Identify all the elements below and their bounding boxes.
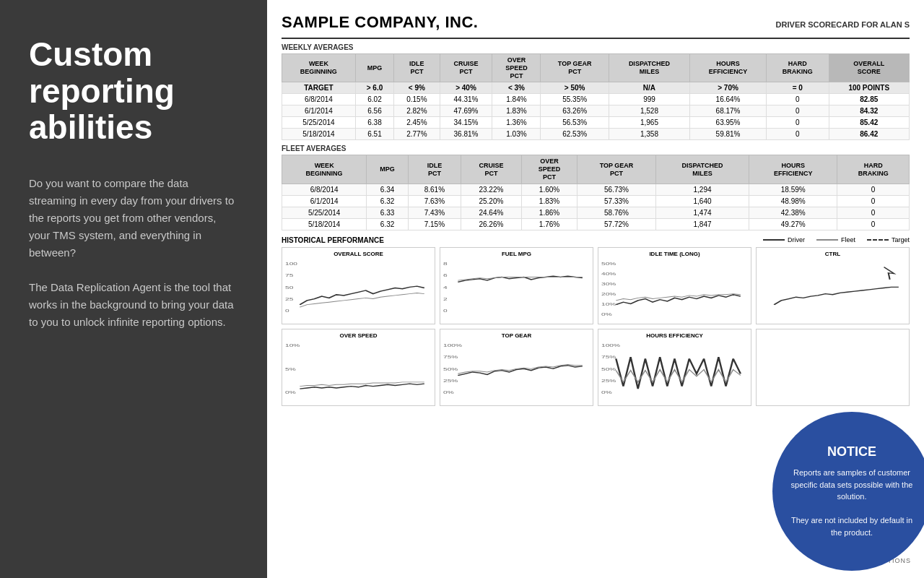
svg-text:30%: 30% bbox=[601, 282, 616, 286]
chart-over-speed: OVER SPEED 10% 5% 0% bbox=[282, 329, 435, 406]
fleet-cell-0-4: 1.60% bbox=[521, 184, 577, 195]
weekly-row: 5/18/20146.512.77%36.81%1.03%62.53%1,358… bbox=[282, 129, 910, 140]
target-label: TARGET bbox=[282, 82, 356, 94]
fuel-mpg-svg: 8 6 4 2 0 bbox=[443, 259, 590, 317]
weekly-cell-1-4: 1.83% bbox=[492, 105, 541, 117]
historical-label: HISTORICAL PERFORMANCE bbox=[282, 236, 384, 244]
fleet-cell-0-1: 6.34 bbox=[367, 184, 409, 195]
svg-text:4: 4 bbox=[443, 285, 448, 290]
weekly-cell-0-6: 999 bbox=[609, 94, 689, 105]
svg-text:100%: 100% bbox=[601, 343, 621, 348]
fleet-cell-3-4: 1.76% bbox=[521, 218, 577, 230]
svg-text:40%: 40% bbox=[601, 272, 616, 276]
fleet-cell-1-3: 25.20% bbox=[461, 195, 521, 207]
weekly-cell-0-8: 0 bbox=[767, 94, 829, 105]
weekly-row: 5/25/20146.382.45%34.15%1.36%56.53%1,965… bbox=[282, 117, 910, 129]
chart-idle-title: IDLE TIME (LONG) bbox=[601, 251, 748, 257]
fleet-cell-2-7: 42.38% bbox=[749, 207, 837, 218]
target-overall: 100 POINTS bbox=[829, 82, 909, 94]
fleet-col-overspeed: OVERSPEEDPCT bbox=[521, 155, 577, 184]
weekly-cell-1-3: 47.69% bbox=[440, 105, 492, 117]
fleet-cell-1-2: 7.63% bbox=[408, 195, 461, 207]
body-text-1: Do you want to compare the data streamin… bbox=[29, 175, 238, 262]
weekly-cell-0-4: 1.84% bbox=[492, 94, 541, 105]
svg-text:25: 25 bbox=[285, 297, 294, 301]
fleet-row: 6/1/20146.327.63%25.20%1.83%57.33%1,6404… bbox=[282, 195, 910, 207]
weekly-averages-table: WEEKBEGINNING MPG IDLEPCT CRUISEPCT OVER… bbox=[282, 53, 910, 140]
weekly-averages-label: WEEKLY AVERAGES bbox=[282, 43, 910, 51]
chart-ctrl: CTRL bbox=[756, 247, 910, 324]
fleet-averages-table: WEEKBEGINNING MPG IDLEPCT CRUISEPCT OVER… bbox=[282, 155, 910, 230]
chart-overall-title: OVERALL SCORE bbox=[285, 251, 432, 257]
weekly-cell-2-3: 34.15% bbox=[440, 117, 492, 129]
notice-circle: NOTICE Reports are samples of customer s… bbox=[772, 412, 924, 571]
col-hours: HOURSEFFICIENCY bbox=[690, 54, 767, 82]
target-mpg: > 6.0 bbox=[355, 82, 393, 94]
fleet-cell-0-6: 1,294 bbox=[655, 184, 749, 195]
left-panel: Custom reporting abilities Do you want t… bbox=[0, 0, 267, 578]
svg-text:0%: 0% bbox=[601, 390, 612, 394]
fleet-cell-2-3: 24.64% bbox=[461, 207, 521, 218]
fleet-cell-3-7: 49.27% bbox=[749, 218, 837, 230]
chart-hours-efficiency: HOURS EFFICIENCY 100% 75% 50% 25% 0% bbox=[598, 329, 751, 406]
weekly-cell-2-4: 1.36% bbox=[492, 117, 541, 129]
fleet-cell-3-0: 5/18/2014 bbox=[282, 218, 367, 230]
chart-legend: Driver Fleet Target bbox=[763, 236, 910, 243]
svg-text:0%: 0% bbox=[285, 390, 296, 394]
fleet-cell-2-5: 58.76% bbox=[578, 207, 656, 218]
svg-text:25%: 25% bbox=[443, 379, 458, 383]
fleet-cell-0-3: 23.22% bbox=[461, 184, 521, 195]
fleet-cell-0-0: 6/8/2014 bbox=[282, 184, 367, 195]
fleet-cell-2-4: 1.86% bbox=[521, 207, 577, 218]
legend-driver: Driver bbox=[763, 236, 805, 243]
svg-text:50: 50 bbox=[285, 285, 294, 290]
weekly-cell-3-0: 5/18/2014 bbox=[282, 129, 356, 140]
svg-text:6: 6 bbox=[443, 273, 448, 277]
charts-grid: OVERALL SCORE 100 75 50 25 0 FUEL MPG 8 … bbox=[282, 247, 910, 406]
target-cruise: > 40% bbox=[440, 82, 492, 94]
fleet-cell-1-1: 6.32 bbox=[367, 195, 409, 207]
target-hours: > 70% bbox=[690, 82, 767, 94]
weekly-cell-3-7: 59.81% bbox=[690, 129, 767, 140]
fleet-col-week: WEEKBEGINNING bbox=[282, 155, 367, 184]
hours-efficiency-svg: 100% 75% 50% 25% 0% bbox=[601, 340, 748, 399]
fleet-cell-3-2: 7.15% bbox=[408, 218, 461, 230]
fleet-cell-1-4: 1.83% bbox=[521, 195, 577, 207]
header-divider bbox=[282, 38, 910, 39]
col-overspeed: OVERSPEEDPCT bbox=[492, 54, 541, 82]
fleet-col-dispatched: DISPATCHEDMILES bbox=[655, 155, 749, 184]
chart-ctrl-title: CTRL bbox=[759, 251, 906, 257]
svg-text:50%: 50% bbox=[443, 367, 458, 371]
chart-top-gear: TOP GEAR 100% 75% 50% 25% 0% bbox=[440, 329, 593, 406]
col-cruise: CRUISEPCT bbox=[440, 54, 492, 82]
svg-text:8: 8 bbox=[443, 262, 448, 266]
svg-text:25%: 25% bbox=[601, 379, 616, 383]
fleet-cell-1-0: 6/1/2014 bbox=[282, 195, 367, 207]
weekly-cell-2-5: 56.53% bbox=[541, 117, 609, 129]
fleet-cell-3-5: 57.72% bbox=[578, 218, 656, 230]
col-mpg: MPG bbox=[355, 54, 393, 82]
weekly-cell-2-6: 1,965 bbox=[609, 117, 689, 129]
notice-line2: They are not included by default in the … bbox=[790, 514, 914, 538]
col-idle: IDLEPCT bbox=[394, 54, 440, 82]
weekly-cell-0-5: 55.35% bbox=[541, 94, 609, 105]
chart-fuel-title: FUEL MPG bbox=[443, 251, 590, 257]
weekly-cell-0-7: 16.64% bbox=[690, 94, 767, 105]
weekly-cell-1-9: 84.32 bbox=[829, 105, 909, 117]
svg-text:10%: 10% bbox=[285, 343, 300, 348]
weekly-cell-1-7: 68.17% bbox=[690, 105, 767, 117]
fleet-cell-0-8: 0 bbox=[837, 184, 910, 195]
fleet-row: 6/8/20146.348.61%23.22%1.60%56.73%1,2941… bbox=[282, 184, 910, 195]
fleet-averages-label: FLEET AVERAGES bbox=[282, 144, 910, 152]
weekly-row: 6/8/20146.020.15%44.31%1.84%55.35%99916.… bbox=[282, 94, 910, 105]
chart-idle-time: IDLE TIME (LONG) 50% 40% 30% 20% 10% 0% bbox=[598, 247, 751, 324]
chart-placeholder bbox=[756, 329, 910, 406]
svg-text:0: 0 bbox=[443, 309, 448, 313]
svg-text:100: 100 bbox=[285, 262, 297, 266]
fleet-line-icon bbox=[816, 239, 838, 241]
col-topgear: TOP GEARPCT bbox=[541, 54, 609, 82]
weekly-cell-3-9: 86.42 bbox=[829, 129, 909, 140]
fleet-cell-2-0: 5/25/2014 bbox=[282, 207, 367, 218]
target-overspeed: < 3% bbox=[492, 82, 541, 94]
weekly-cell-0-2: 0.15% bbox=[394, 94, 440, 105]
